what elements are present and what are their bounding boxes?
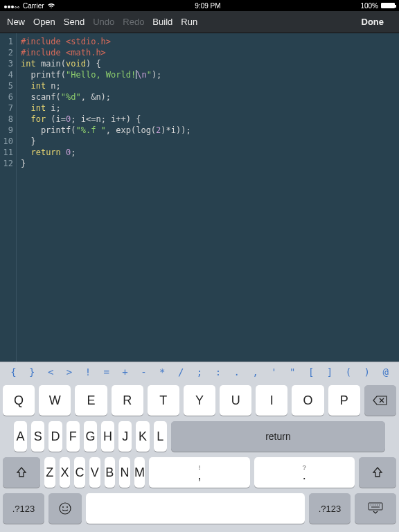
sym-key[interactable]: > [60, 366, 79, 378]
key-i[interactable]: I [256, 385, 287, 416]
key-y[interactable]: Y [184, 385, 215, 416]
signal-dots-icon [4, 2, 20, 10]
sym-key[interactable]: @ [376, 366, 395, 378]
shift-icon [15, 466, 28, 479]
status-bar: Carrier 9:09 PM 100% [0, 0, 399, 11]
key-n[interactable]: N [119, 457, 130, 488]
shift-key-left[interactable] [3, 457, 40, 488]
period-key[interactable]: ?. [254, 457, 355, 488]
key-w[interactable]: W [39, 385, 71, 416]
sym-key[interactable]: / [172, 366, 190, 378]
send-button[interactable]: Send [64, 17, 85, 27]
shift-key-right[interactable] [359, 457, 396, 488]
sym-key[interactable]: } [23, 366, 42, 378]
sym-key[interactable]: - [134, 366, 153, 378]
sym-key[interactable]: < [42, 366, 60, 378]
wifi-icon [47, 3, 55, 9]
key-row-1: QWERTYUIOP [3, 385, 396, 416]
hide-keyboard-key[interactable] [355, 493, 396, 524]
key-l[interactable]: L [154, 421, 167, 452]
toolbar: New Open Send Undo Redo Build Run Done [0, 11, 399, 33]
key-k[interactable]: K [136, 421, 149, 452]
sym-key[interactable]: : [209, 366, 227, 378]
sym-key[interactable]: { [4, 366, 23, 378]
key-p[interactable]: P [328, 385, 360, 416]
sym-key[interactable]: ! [78, 366, 97, 378]
emoji-key[interactable] [48, 493, 82, 524]
key-d[interactable]: D [48, 421, 62, 452]
sym-key[interactable]: ) [357, 366, 376, 378]
sym-key[interactable]: , [246, 366, 265, 378]
key-s[interactable]: S [31, 421, 44, 452]
emoji-icon [58, 502, 72, 515]
undo-button[interactable]: Undo [93, 17, 114, 27]
key-b[interactable]: B [105, 457, 116, 488]
key-g[interactable]: G [84, 421, 97, 452]
svg-rect-5 [369, 503, 382, 510]
svg-point-4 [66, 506, 68, 508]
sym-key[interactable]: ' [265, 366, 283, 378]
key-u[interactable]: U [220, 385, 251, 416]
space-key[interactable] [86, 493, 305, 524]
new-button[interactable]: New [7, 17, 25, 27]
key-c[interactable]: C [74, 457, 85, 488]
sym-key[interactable]: * [153, 366, 172, 378]
line-gutter: 123456789101112 [0, 33, 17, 362]
key-row-4: .?123 .?123 [3, 493, 396, 524]
backspace-key[interactable] [364, 385, 396, 416]
code-editor[interactable]: 123456789101112 #include <stdio.h> #incl… [0, 33, 399, 362]
key-r[interactable]: R [112, 385, 143, 416]
key-x[interactable]: X [60, 457, 71, 488]
svg-point-2 [60, 503, 71, 514]
key-row-3: ZXCVBNM !, ?. [3, 457, 396, 488]
battery-pct: 100% [360, 2, 378, 10]
key-h[interactable]: H [101, 421, 114, 452]
key-m[interactable]: M [134, 457, 145, 488]
key-o[interactable]: O [292, 385, 323, 416]
sym-key[interactable]: " [283, 366, 302, 378]
comma-key[interactable]: !, [149, 457, 249, 488]
code-area[interactable]: #include <stdio.h> #include <math.h> int… [17, 33, 191, 362]
hide-keyboard-icon [367, 502, 384, 515]
key-f[interactable]: F [66, 421, 80, 452]
done-button[interactable]: Done [362, 17, 384, 27]
return-key[interactable]: return [171, 421, 385, 452]
sym-key[interactable]: ; [190, 366, 209, 378]
key-e[interactable]: E [75, 385, 107, 416]
key-v[interactable]: V [89, 457, 100, 488]
sym-key[interactable]: = [97, 366, 116, 378]
svg-point-3 [62, 506, 64, 508]
clock: 9:09 PM [195, 2, 220, 10]
open-button[interactable]: Open [33, 17, 55, 27]
key-j[interactable]: J [118, 421, 132, 452]
backspace-icon [373, 395, 388, 406]
sym-key[interactable]: + [116, 366, 134, 378]
shift-icon [371, 466, 384, 479]
redo-button[interactable]: Redo [123, 17, 144, 27]
mode-key-left[interactable]: .?123 [3, 493, 44, 524]
key-a[interactable]: A [14, 421, 27, 452]
run-button[interactable]: Run [181, 17, 197, 27]
sym-key[interactable]: ] [321, 366, 339, 378]
mode-key-right[interactable]: .?123 [309, 493, 351, 524]
key-z[interactable]: Z [44, 457, 55, 488]
build-button[interactable]: Build [152, 17, 172, 27]
key-row-2: ASDFGHJKL return [3, 421, 396, 452]
sym-key[interactable]: ( [339, 366, 357, 378]
sym-key[interactable]: . [227, 366, 246, 378]
carrier-label: Carrier [23, 2, 44, 10]
sym-key[interactable]: [ [302, 366, 321, 378]
symbol-row: {}<>!=+-*/;:.,'"[]()@ [0, 362, 399, 381]
key-t[interactable]: T [148, 385, 179, 416]
battery-icon [381, 3, 395, 8]
keyboard: QWERTYUIOP ASDFGHJKL return ZXCVBNM !, ?… [0, 381, 399, 532]
key-q[interactable]: Q [3, 385, 35, 416]
